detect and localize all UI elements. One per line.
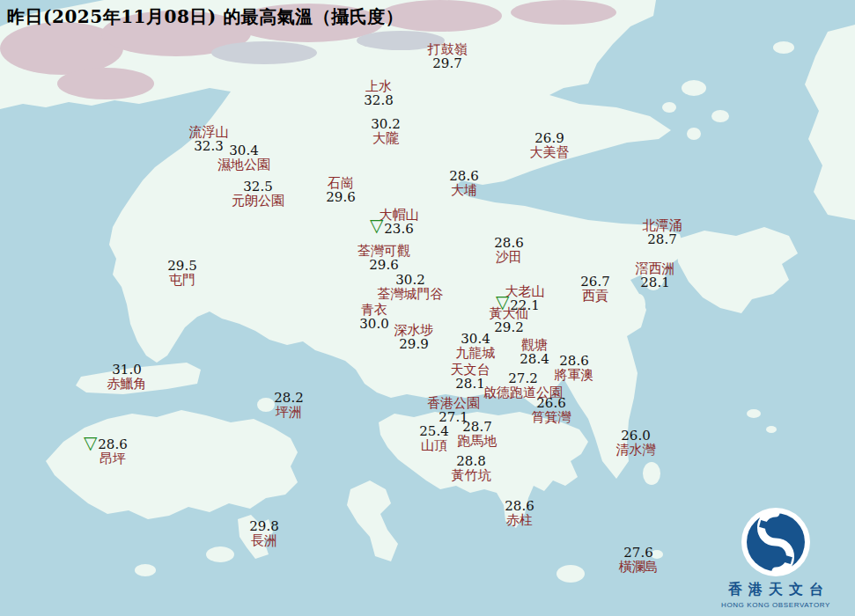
station-temperature: 32.5	[243, 180, 272, 194]
hko-logo-english: HONG KONG OBSERVATORY	[705, 601, 846, 609]
station-temperature: 26.0	[621, 429, 650, 443]
station-temperature: 28.6	[494, 236, 523, 250]
station: 28.8 黃竹坑	[452, 454, 491, 482]
station-temperature: 27.2	[508, 371, 537, 385]
station: 28.6 大埔	[449, 169, 478, 197]
station-temperature: 28.7	[462, 420, 491, 434]
station: 29.2 黃大仙	[490, 306, 529, 334]
station-temperature: 32.8	[364, 93, 393, 107]
station-name-label: 西貢	[582, 289, 608, 303]
station-name-label: 橫瀾島	[619, 560, 659, 574]
station-temperature: 29.7	[432, 56, 461, 70]
station: 29.5 屯門	[167, 259, 196, 287]
station-temperature: 27.6	[623, 546, 652, 560]
station: 29.6 荃灣可觀	[357, 244, 410, 272]
station-temperature: 28.8	[456, 454, 485, 468]
station-name-label: 黃竹坑	[452, 468, 491, 482]
station-temperature: 31.0	[112, 363, 141, 377]
station: 26.0 清水灣	[616, 429, 656, 457]
station-name-label: 元朗公園	[232, 194, 284, 208]
station: 25.4 山頂	[419, 424, 448, 452]
station: 30.0 青衣	[359, 303, 388, 331]
hko-emblem-icon	[741, 507, 811, 577]
station-temperature: 25.4	[419, 424, 448, 438]
station-temperature: 28.6	[98, 437, 127, 451]
station-temperature: 28.1	[640, 275, 669, 290]
station-name-label: 流浮山	[189, 125, 229, 139]
station: 27.6 橫瀾島	[619, 546, 659, 574]
station-temperature: 28.6	[559, 354, 588, 368]
station-name-label: 石崗	[328, 176, 354, 190]
station: 26.9 大美督	[530, 131, 570, 159]
station-temperature: 30.2	[371, 117, 400, 131]
station-name-label: 跑馬地	[458, 434, 498, 448]
station: 28.6 赤柱	[505, 499, 534, 527]
station-name-label: 屯門	[169, 273, 195, 287]
station: 30.4 九龍城	[456, 332, 496, 360]
station-temperature: 30.2	[395, 273, 424, 287]
station: 28.1 滘西洲	[636, 261, 675, 290]
station: 29.9 深水埗	[394, 323, 434, 351]
station-name-label: 筲箕灣	[532, 410, 571, 424]
station-name-label: 深水埗	[394, 323, 434, 337]
station-name-label: 沙田	[496, 250, 522, 264]
station: 29.7 打鼓嶺	[428, 42, 468, 70]
temperature-map-page: 29.7 打鼓嶺 32.8 上水 30.2 大隴 32.3 流浮山 30.4 濕…	[0, 0, 855, 616]
station-name-label: 大帽山	[380, 208, 419, 222]
station-temperature: 28.1	[455, 377, 484, 391]
station-name-label: 大埔	[451, 183, 477, 197]
station: 26.7 西貢	[580, 275, 609, 303]
station-temperature: 28.7	[647, 232, 676, 246]
station: 28.7 北潭涌	[643, 218, 682, 246]
station: 28.7 跑馬地	[458, 420, 498, 448]
station: 30.2 大隴	[371, 117, 400, 145]
station: 31.0 赤鱲角	[107, 363, 147, 391]
station-name-label: 昂坪	[100, 451, 126, 466]
station-name-label: 大隴	[372, 131, 399, 145]
station: 32.5 元朗公園	[232, 180, 284, 208]
station-name-label: 觀塘	[521, 338, 548, 352]
low-temp-marker-icon: ▽	[84, 434, 97, 451]
station-name-label: 濕地公園	[217, 158, 270, 172]
station-temperature: 28.6	[449, 169, 478, 183]
station-temperature: 26.7	[580, 275, 609, 289]
station-temperature: 29.6	[369, 258, 398, 272]
station-temperature: 29.5	[167, 259, 196, 273]
station: 28.2 坪洲	[274, 391, 303, 419]
station-temperature: 30.4	[229, 143, 258, 158]
station-name-label: 大美督	[530, 145, 570, 159]
station-temperature: 30.0	[359, 317, 388, 331]
station-name-label: 荃灣可觀	[357, 244, 410, 258]
page-title: 昨日(2025年11月08日) 的最高氣溫（攝氏度）	[7, 5, 403, 29]
station-name-label: 赤柱	[506, 513, 533, 527]
station: ▽ 28.6 昂坪	[98, 437, 127, 466]
station-temperature: 23.6	[384, 222, 413, 236]
station-name-label: 香港公園	[427, 396, 480, 410]
station-name-label: 北潭涌	[643, 218, 682, 232]
station-name-label: 黃大仙	[490, 306, 529, 320]
station-temperature: 26.6	[536, 396, 565, 410]
station-temperature: 29.9	[399, 337, 428, 351]
station-name-label: 荃灣城門谷	[378, 287, 444, 301]
station-name-label: 大老山	[505, 284, 545, 298]
hko-logo-chinese: 香港天文台	[705, 581, 846, 599]
station-temperature: 30.4	[461, 332, 490, 346]
station: ▽ 23.6 大帽山	[380, 208, 419, 236]
station: 29.8 長洲	[249, 519, 278, 547]
station-name-label: 九龍城	[456, 346, 496, 360]
station-name-label: 清水灣	[616, 443, 656, 457]
station-name-label: 坪洲	[276, 405, 302, 419]
station-temperature: 28.4	[520, 352, 549, 366]
station: 26.6 筲箕灣	[532, 396, 571, 424]
station-temperature: 29.6	[326, 190, 355, 204]
station: 30.4 濕地公園	[217, 143, 270, 172]
station: 29.6 石崗	[326, 176, 355, 204]
station-name-label: 山頂	[421, 438, 447, 452]
station-name-label: 青衣	[361, 303, 387, 317]
station-name-label: 赤鱲角	[107, 377, 147, 391]
station-temperature: 29.2	[494, 320, 523, 334]
station-temperature: 29.8	[249, 519, 278, 533]
station: 30.2 荃灣城門谷	[378, 273, 444, 301]
station: 28.6 沙田	[494, 236, 523, 264]
station-temperature: 28.2	[274, 391, 303, 405]
